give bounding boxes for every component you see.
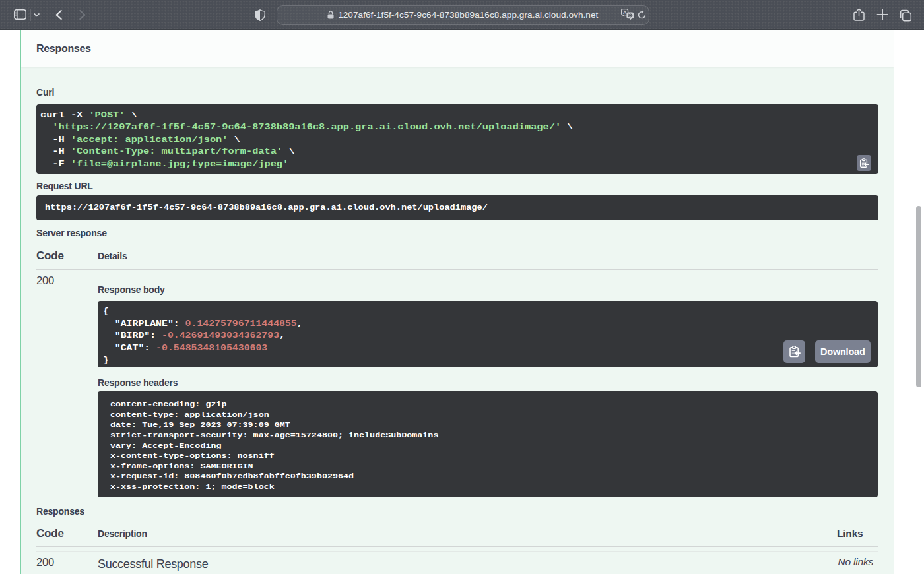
svg-text:A: A <box>622 9 626 15</box>
